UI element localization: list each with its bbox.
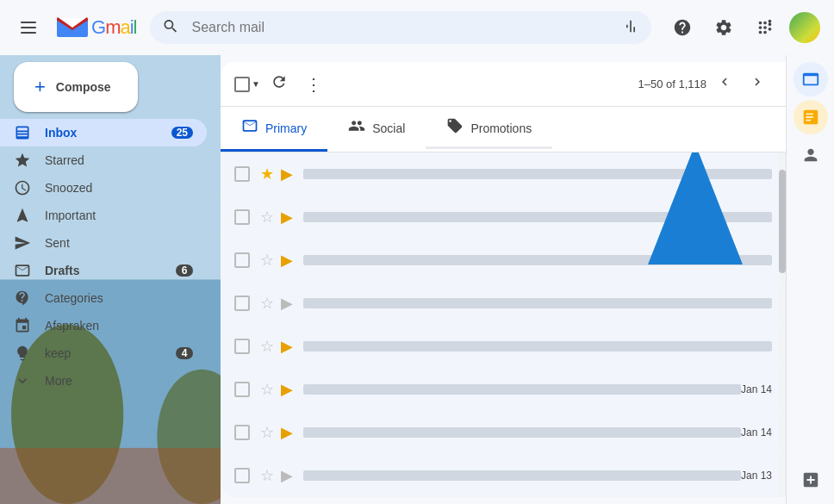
hamburger-button[interactable] [14,15,43,40]
search-icon [162,18,179,38]
email-content [303,470,741,481]
sidebar-item-snoozed[interactable]: Snoozed [0,174,207,202]
table-row[interactable]: ☆ ▶ Jan 13 [221,454,786,497]
categories-icon [14,289,31,307]
sidebar-item-inbox-label: Inbox [45,126,171,140]
calendar-panel-icon[interactable] [794,62,828,96]
pagination-range: 1–50 of 1,118 [638,78,706,90]
star-button[interactable]: ☆ [260,466,274,485]
table-row[interactable]: ☆ ▶ Jan 14 [221,411,786,454]
star-button[interactable]: ☆ [260,251,274,270]
email-content-area: ▼ ⋮ 1–50 of 1,118 [221,62,786,497]
toolbar-left: ▼ ⋮ [234,66,329,102]
sidebar-item-inbox-badge: 25 [171,127,193,139]
table-row[interactable]: ☆ ▶ Jan 14 [221,368,786,411]
scrollbar-thumb[interactable] [779,170,786,273]
sidebar-item-snoozed-label: Snoozed [45,181,193,195]
apps-button[interactable] [748,10,782,45]
sidebar-item-inbox[interactable]: Inbox 25 [0,119,207,146]
promotions-tab-icon [446,117,464,139]
email-content [303,169,772,179]
sidebar-item-sent[interactable]: Sent [0,229,207,257]
table-row[interactable]: ☆ ▶ [221,325,786,368]
search-options-button[interactable] [622,18,639,38]
settings-button[interactable] [706,10,741,45]
sidebar-item-more[interactable]: More [0,367,207,395]
row-checkbox[interactable] [234,468,250,483]
tab-promotions[interactable]: Promotions [426,107,552,152]
table-row[interactable]: ☆ ▶ [221,196,786,239]
star-button[interactable]: ☆ [260,208,274,227]
more-icon [14,372,31,389]
sidebar-item-starred[interactable]: Starred [0,146,207,174]
search-input[interactable] [150,11,651,44]
star-button[interactable]: ☆ [260,380,274,399]
sidebar-item-starred-label: Starred [45,153,193,167]
sidebar-item-afspraken[interactable]: Afspraken [0,312,207,339]
header: Gmail [0,0,834,55]
star-button[interactable]: ★ [260,165,274,184]
email-content [303,212,772,222]
prev-page-button[interactable] [710,67,739,101]
row-checkbox[interactable] [234,252,250,268]
help-button[interactable] [665,10,700,45]
important-button[interactable]: ▶ [281,251,293,270]
select-all-checkbox-wrap[interactable]: ▼ [234,77,260,92]
table-row[interactable]: ☆ ▶ [221,239,786,282]
more-options-button[interactable]: ⋮ [298,67,329,102]
important-icon [14,207,31,224]
sidebar-item-drafts[interactable]: Drafts 6 [0,257,207,284]
star-button[interactable]: ☆ [260,337,274,356]
select-all-checkbox[interactable] [234,77,250,92]
row-checkbox[interactable] [234,209,250,225]
important-button[interactable]: ▶ [281,294,293,313]
afspraken-icon [14,317,31,334]
important-button[interactable]: ▶ [281,165,293,184]
row-checkbox[interactable] [234,425,250,440]
tab-social[interactable]: Social [327,107,426,152]
drafts-icon [14,262,31,279]
row-checkbox[interactable] [234,339,250,354]
social-tab-icon [348,117,365,139]
important-button[interactable]: ▶ [281,337,293,356]
gmail-wordmark: Gmail [91,16,136,39]
important-button[interactable]: ▶ [281,208,293,227]
star-button[interactable]: ☆ [260,423,274,442]
row-checkbox[interactable] [234,296,250,311]
contacts-panel-icon[interactable] [794,138,828,172]
tab-primary[interactable]: Primary [221,107,327,152]
main-body: + Compose Inbox 25 Starred Snoozed [0,55,834,504]
sidebar-item-important[interactable]: Important [0,202,207,229]
important-button[interactable]: ▶ [281,380,293,399]
avatar[interactable] [789,12,820,43]
email-content [303,427,741,438]
sidebar-item-categories[interactable]: Categories [0,284,207,312]
sidebar-item-keep[interactable]: keep 4 [0,339,207,367]
important-button[interactable]: ▶ [281,466,293,485]
tab-primary-label: Primary [265,121,307,135]
important-button[interactable]: ▶ [281,423,293,442]
sidebar-item-keep-label: keep [45,346,176,360]
refresh-button[interactable] [264,66,295,102]
tasks-panel-icon[interactable] [794,100,828,134]
primary-tab-icon [241,117,258,139]
star-button[interactable]: ☆ [260,294,274,313]
compose-plus-icon: + [34,76,46,98]
next-page-button[interactable] [743,67,772,101]
row-checkbox[interactable] [234,382,250,397]
inbox-icon [14,124,31,141]
compose-label: Compose [56,80,111,94]
email-list: ★ ▶ ☆ ▶ ☆ ▶ [221,152,786,497]
table-row[interactable]: ☆ ▶ [221,282,786,325]
search-bar [150,11,651,44]
email-content [303,384,741,395]
scrollbar-track [779,152,786,497]
compose-button[interactable]: + Compose [14,62,138,112]
tab-promotions-label: Promotions [470,121,532,135]
table-row[interactable]: ★ ▶ [221,152,786,196]
email-content [303,341,772,352]
row-checkbox[interactable] [234,166,250,182]
add-panel-button[interactable] [794,463,828,497]
select-dropdown-arrow[interactable]: ▼ [252,79,260,89]
gmail-logo: Gmail [57,16,136,39]
